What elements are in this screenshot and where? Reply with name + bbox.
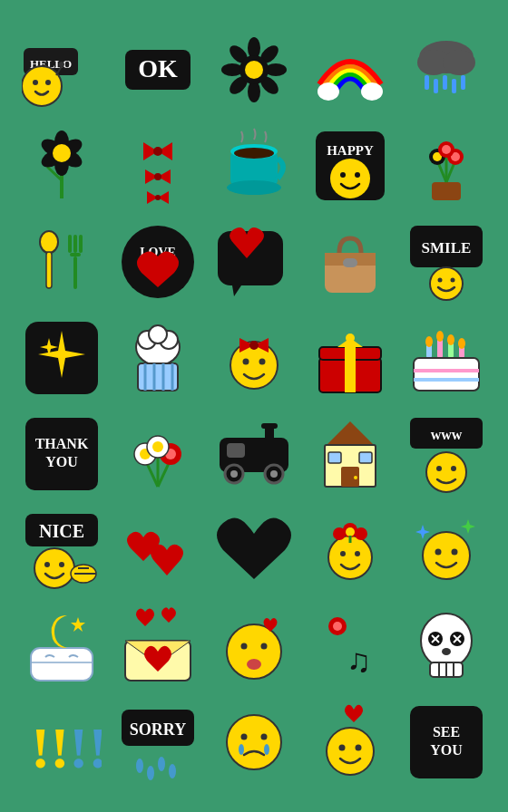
svg-point-116 xyxy=(436,331,444,342)
svg-point-37 xyxy=(53,144,71,162)
svg-point-49 xyxy=(227,180,281,195)
svg-point-133 xyxy=(152,441,163,452)
svg-point-153 xyxy=(451,466,456,471)
svg-point-212 xyxy=(327,728,374,775)
svg-rect-135 xyxy=(227,443,245,458)
sticker-cry-face[interactable] xyxy=(209,697,299,788)
svg-point-23 xyxy=(443,50,475,75)
sticker-happy[interactable]: HAPPY xyxy=(305,121,396,211)
svg-point-152 xyxy=(436,466,442,471)
sticker-moon-face[interactable] xyxy=(16,601,107,691)
sticker-hearts2[interactable] xyxy=(112,505,203,595)
sticker-sorry[interactable]: SORRY xyxy=(112,697,203,788)
svg-point-194 xyxy=(442,648,451,655)
svg-rect-26 xyxy=(443,75,447,90)
svg-point-207 xyxy=(227,715,281,769)
sticker-coffee[interactable] xyxy=(209,121,299,211)
sticker-flower-green[interactable] xyxy=(16,121,107,211)
svg-point-205 xyxy=(158,757,165,771)
sticker-ok[interactable]: OK xyxy=(112,24,203,115)
sticker-sunflower[interactable] xyxy=(209,24,299,115)
sticker-love[interactable]: LOVE xyxy=(112,217,203,307)
sticker-www-face[interactable]: www xyxy=(401,409,492,499)
sticker-flowers3[interactable] xyxy=(112,409,203,499)
svg-text:HAPPY: HAPPY xyxy=(327,143,374,158)
svg-rect-147 xyxy=(328,452,341,463)
svg-rect-80 xyxy=(343,258,357,267)
sticker-happy-face2[interactable] xyxy=(401,505,492,595)
sticker-music-flower[interactable]: ♫ xyxy=(305,601,396,691)
sticker-bows[interactable] xyxy=(112,121,203,211)
svg-point-172 xyxy=(452,549,458,556)
svg-text:SEE: SEE xyxy=(433,724,460,740)
svg-rect-119 xyxy=(414,358,479,391)
svg-point-203 xyxy=(136,759,143,773)
sticker-kiss-face[interactable] xyxy=(209,601,299,691)
svg-point-156 xyxy=(34,548,74,588)
svg-point-46 xyxy=(155,195,161,200)
svg-point-180 xyxy=(227,624,281,679)
svg-point-182 xyxy=(261,643,268,650)
sticker-exclaim[interactable]: !! !! xyxy=(16,697,107,788)
svg-point-54 xyxy=(340,172,346,178)
svg-point-53 xyxy=(330,159,370,198)
sticker-rain[interactable] xyxy=(401,24,492,115)
sticker-rainbow[interactable] xyxy=(305,24,396,115)
svg-point-55 xyxy=(355,172,360,178)
svg-point-117 xyxy=(447,334,454,345)
sticker-envelope[interactable] xyxy=(112,601,203,691)
svg-rect-69 xyxy=(73,235,77,253)
sticker-big-heart[interactable] xyxy=(209,505,299,595)
sticker-seeyou[interactable]: SEE YOU xyxy=(401,697,492,788)
svg-point-168 xyxy=(346,527,355,536)
sticker-smile[interactable]: SMILE xyxy=(401,217,492,307)
sticker-sparkle[interactable] xyxy=(16,313,107,403)
svg-rect-121 xyxy=(414,378,479,382)
sticker-house[interactable] xyxy=(305,409,396,499)
svg-text:!!: !! xyxy=(31,716,70,780)
sticker-grid: HELLO OK xyxy=(2,10,506,802)
svg-text:SMILE: SMILE xyxy=(422,239,472,256)
sticker-cupcake[interactable] xyxy=(112,313,203,403)
svg-marker-142 xyxy=(325,421,376,447)
sticker-cake[interactable] xyxy=(401,313,492,403)
svg-point-65 xyxy=(442,145,451,154)
sticker-thankyou[interactable]: THANK YOU xyxy=(16,409,107,499)
sticker-flower-face[interactable] xyxy=(305,505,396,595)
svg-point-204 xyxy=(147,766,154,780)
svg-point-18 xyxy=(245,61,263,79)
sticker-nice[interactable]: NICE xyxy=(16,505,107,595)
svg-marker-177 xyxy=(71,617,85,632)
sticker-gift[interactable] xyxy=(305,313,396,403)
svg-point-170 xyxy=(423,532,470,579)
svg-point-83 xyxy=(430,267,463,300)
svg-point-181 xyxy=(241,643,248,650)
svg-text:www: www xyxy=(431,427,463,442)
svg-rect-70 xyxy=(79,235,83,253)
svg-text:SORRY: SORRY xyxy=(130,720,186,739)
svg-point-163 xyxy=(340,551,346,556)
svg-point-206 xyxy=(169,764,176,778)
svg-point-208 xyxy=(241,734,248,740)
svg-text:♫: ♫ xyxy=(347,643,371,679)
svg-point-99 xyxy=(243,359,249,365)
sticker-hello[interactable]: HELLO xyxy=(16,24,107,115)
svg-point-209 xyxy=(261,734,268,740)
sticker-plant[interactable] xyxy=(401,121,492,211)
sticker-love-face[interactable] xyxy=(305,697,396,788)
svg-point-140 xyxy=(230,470,238,478)
svg-point-40 xyxy=(153,147,162,156)
sticker-bow-face[interactable] xyxy=(209,313,299,403)
sticker-train[interactable] xyxy=(209,409,299,499)
svg-point-4 xyxy=(45,80,51,85)
svg-rect-56 xyxy=(432,182,461,200)
svg-rect-68 xyxy=(68,235,72,253)
svg-point-166 xyxy=(333,527,346,540)
svg-point-185 xyxy=(333,622,342,631)
sticker-bag[interactable] xyxy=(305,217,396,307)
sticker-cutlery[interactable] xyxy=(16,217,107,307)
svg-point-92 xyxy=(149,325,167,343)
sticker-heart-bubble[interactable] xyxy=(209,217,299,307)
sticker-skull[interactable] xyxy=(401,601,492,691)
svg-point-100 xyxy=(259,359,266,365)
